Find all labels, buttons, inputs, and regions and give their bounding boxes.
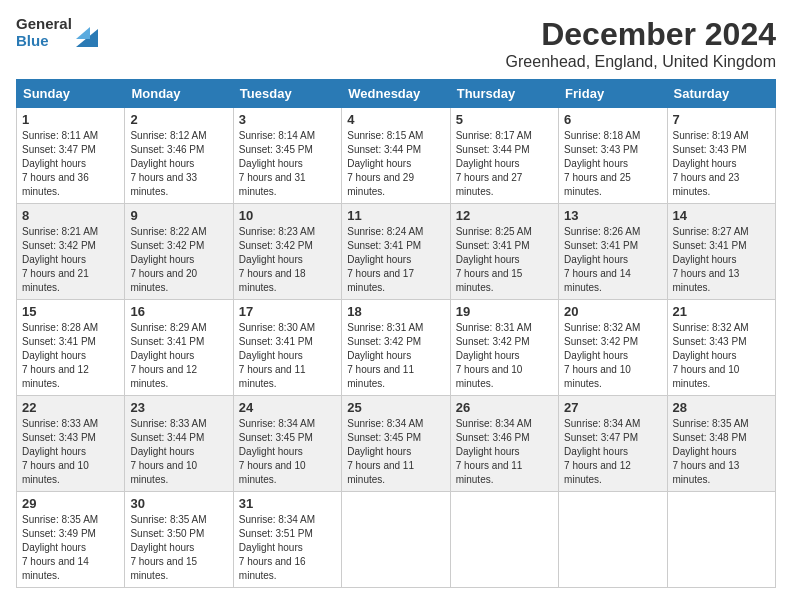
daylight-value: 7 hours and 10 minutes. (22, 460, 89, 485)
calendar-cell: 11 Sunrise: 8:24 AM Sunset: 3:41 PM Dayl… (342, 204, 450, 300)
daylight-label: Daylight hours (22, 350, 86, 361)
day-info: Sunrise: 8:34 AM Sunset: 3:47 PM Dayligh… (564, 417, 661, 487)
daylight-label: Daylight hours (239, 446, 303, 457)
sunset-label: Sunset: 3:44 PM (456, 144, 530, 155)
day-info: Sunrise: 8:34 AM Sunset: 3:51 PM Dayligh… (239, 513, 336, 583)
calendar-cell: 16 Sunrise: 8:29 AM Sunset: 3:41 PM Dayl… (125, 300, 233, 396)
calendar-cell: 24 Sunrise: 8:34 AM Sunset: 3:45 PM Dayl… (233, 396, 341, 492)
sunrise-label: Sunrise: 8:32 AM (564, 322, 640, 333)
day-info: Sunrise: 8:31 AM Sunset: 3:42 PM Dayligh… (456, 321, 553, 391)
sunrise-label: Sunrise: 8:34 AM (239, 418, 315, 429)
daylight-label: Daylight hours (564, 158, 628, 169)
sunset-label: Sunset: 3:44 PM (130, 432, 204, 443)
daylight-value: 7 hours and 10 minutes. (564, 364, 631, 389)
calendar-cell (342, 492, 450, 588)
sunset-label: Sunset: 3:44 PM (347, 144, 421, 155)
calendar-cell: 10 Sunrise: 8:23 AM Sunset: 3:42 PM Dayl… (233, 204, 341, 300)
sunrise-label: Sunrise: 8:35 AM (130, 514, 206, 525)
day-info: Sunrise: 8:15 AM Sunset: 3:44 PM Dayligh… (347, 129, 444, 199)
day-number: 11 (347, 208, 444, 223)
sunset-label: Sunset: 3:46 PM (130, 144, 204, 155)
sunrise-label: Sunrise: 8:33 AM (22, 418, 98, 429)
daylight-value: 7 hours and 20 minutes. (130, 268, 197, 293)
day-number: 7 (673, 112, 770, 127)
sunset-label: Sunset: 3:41 PM (22, 336, 96, 347)
day-info: Sunrise: 8:23 AM Sunset: 3:42 PM Dayligh… (239, 225, 336, 295)
daylight-value: 7 hours and 36 minutes. (22, 172, 89, 197)
day-number: 20 (564, 304, 661, 319)
sunset-label: Sunset: 3:41 PM (239, 336, 313, 347)
daylight-value: 7 hours and 14 minutes. (564, 268, 631, 293)
day-info: Sunrise: 8:33 AM Sunset: 3:44 PM Dayligh… (130, 417, 227, 487)
daylight-label: Daylight hours (673, 254, 737, 265)
calendar-cell: 5 Sunrise: 8:17 AM Sunset: 3:44 PM Dayli… (450, 108, 558, 204)
day-number: 13 (564, 208, 661, 223)
sunrise-label: Sunrise: 8:30 AM (239, 322, 315, 333)
daylight-label: Daylight hours (347, 254, 411, 265)
sunset-label: Sunset: 3:45 PM (239, 144, 313, 155)
sunrise-label: Sunrise: 8:17 AM (456, 130, 532, 141)
day-number: 5 (456, 112, 553, 127)
daylight-label: Daylight hours (456, 350, 520, 361)
daylight-label: Daylight hours (239, 350, 303, 361)
sunset-label: Sunset: 3:43 PM (22, 432, 96, 443)
sunrise-label: Sunrise: 8:31 AM (347, 322, 423, 333)
day-number: 3 (239, 112, 336, 127)
logo: General Blue (16, 16, 98, 49)
daylight-value: 7 hours and 18 minutes. (239, 268, 306, 293)
sunrise-label: Sunrise: 8:15 AM (347, 130, 423, 141)
daylight-label: Daylight hours (564, 254, 628, 265)
daylight-label: Daylight hours (673, 446, 737, 457)
day-info: Sunrise: 8:27 AM Sunset: 3:41 PM Dayligh… (673, 225, 770, 295)
sunset-label: Sunset: 3:42 PM (239, 240, 313, 251)
calendar-cell: 28 Sunrise: 8:35 AM Sunset: 3:48 PM Dayl… (667, 396, 775, 492)
sunrise-label: Sunrise: 8:26 AM (564, 226, 640, 237)
day-number: 2 (130, 112, 227, 127)
sunrise-label: Sunrise: 8:32 AM (673, 322, 749, 333)
day-info: Sunrise: 8:32 AM Sunset: 3:42 PM Dayligh… (564, 321, 661, 391)
day-info: Sunrise: 8:14 AM Sunset: 3:45 PM Dayligh… (239, 129, 336, 199)
sunset-label: Sunset: 3:49 PM (22, 528, 96, 539)
daylight-label: Daylight hours (347, 158, 411, 169)
sunrise-label: Sunrise: 8:31 AM (456, 322, 532, 333)
daylight-label: Daylight hours (130, 542, 194, 553)
calendar-cell: 20 Sunrise: 8:32 AM Sunset: 3:42 PM Dayl… (559, 300, 667, 396)
sunrise-label: Sunrise: 8:28 AM (22, 322, 98, 333)
daylight-value: 7 hours and 31 minutes. (239, 172, 306, 197)
col-header-tuesday: Tuesday (233, 80, 341, 108)
logo-blue: Blue (16, 33, 72, 50)
calendar-cell: 1 Sunrise: 8:11 AM Sunset: 3:47 PM Dayli… (17, 108, 125, 204)
day-info: Sunrise: 8:30 AM Sunset: 3:41 PM Dayligh… (239, 321, 336, 391)
sunrise-label: Sunrise: 8:27 AM (673, 226, 749, 237)
calendar-cell (450, 492, 558, 588)
calendar-cell: 29 Sunrise: 8:35 AM Sunset: 3:49 PM Dayl… (17, 492, 125, 588)
calendar-cell: 26 Sunrise: 8:34 AM Sunset: 3:46 PM Dayl… (450, 396, 558, 492)
day-number: 25 (347, 400, 444, 415)
day-number: 8 (22, 208, 119, 223)
calendar-cell: 2 Sunrise: 8:12 AM Sunset: 3:46 PM Dayli… (125, 108, 233, 204)
day-number: 12 (456, 208, 553, 223)
sunrise-label: Sunrise: 8:12 AM (130, 130, 206, 141)
col-header-sunday: Sunday (17, 80, 125, 108)
daylight-value: 7 hours and 17 minutes. (347, 268, 414, 293)
calendar-cell: 12 Sunrise: 8:25 AM Sunset: 3:41 PM Dayl… (450, 204, 558, 300)
daylight-label: Daylight hours (564, 350, 628, 361)
day-info: Sunrise: 8:34 AM Sunset: 3:45 PM Dayligh… (239, 417, 336, 487)
sunset-label: Sunset: 3:50 PM (130, 528, 204, 539)
daylight-value: 7 hours and 10 minutes. (239, 460, 306, 485)
day-info: Sunrise: 8:35 AM Sunset: 3:48 PM Dayligh… (673, 417, 770, 487)
day-info: Sunrise: 8:18 AM Sunset: 3:43 PM Dayligh… (564, 129, 661, 199)
sunset-label: Sunset: 3:45 PM (347, 432, 421, 443)
col-header-saturday: Saturday (667, 80, 775, 108)
logo-general: General (16, 16, 72, 33)
sunrise-label: Sunrise: 8:23 AM (239, 226, 315, 237)
daylight-value: 7 hours and 12 minutes. (564, 460, 631, 485)
day-number: 4 (347, 112, 444, 127)
sunset-label: Sunset: 3:47 PM (564, 432, 638, 443)
daylight-label: Daylight hours (673, 158, 737, 169)
sunrise-label: Sunrise: 8:18 AM (564, 130, 640, 141)
day-number: 24 (239, 400, 336, 415)
calendar-cell: 7 Sunrise: 8:19 AM Sunset: 3:43 PM Dayli… (667, 108, 775, 204)
sunrise-label: Sunrise: 8:29 AM (130, 322, 206, 333)
col-header-friday: Friday (559, 80, 667, 108)
